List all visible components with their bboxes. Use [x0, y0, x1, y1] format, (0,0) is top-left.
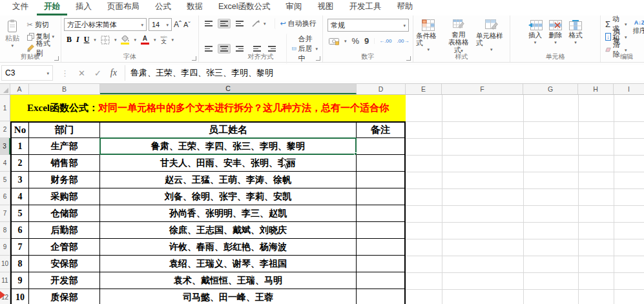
- delete-cells-button[interactable]: 删除 ▾: [549, 18, 563, 54]
- clipboard-dialog-launcher[interactable]: [54, 56, 59, 61]
- cell-note[interactable]: [357, 239, 406, 256]
- tab-excel-functions[interactable]: Excel函数公式: [211, 0, 278, 15]
- paste-button[interactable]: 粘贴 ▾: [3, 18, 23, 54]
- cell-note[interactable]: [357, 172, 406, 188]
- format-as-table-button[interactable]: 套用表格格式▾: [445, 18, 472, 54]
- cell-names[interactable]: 袁术、戴恒恒、王瑞、马明: [100, 272, 357, 289]
- tab-home[interactable]: 开始: [37, 0, 67, 15]
- alignment-dialog-launcher[interactable]: [316, 56, 320, 61]
- cell-dept[interactable]: 安保部: [29, 256, 100, 272]
- cell-no[interactable]: 1: [10, 138, 29, 155]
- cell-note[interactable]: [357, 138, 406, 155]
- column-header-i[interactable]: I: [614, 84, 644, 94]
- cut-button[interactable]: ✂ 剪切: [25, 19, 58, 30]
- cell-dept[interactable]: 质保部: [29, 289, 100, 304]
- header-cell-note[interactable]: 备注: [357, 121, 406, 138]
- cell-names[interactable]: 刘备、徐明、张宇、李莉、安凯: [100, 188, 357, 205]
- comma-style-button[interactable]: 9: [364, 36, 369, 46]
- cell-note[interactable]: [357, 222, 406, 239]
- column-header-a[interactable]: A: [10, 84, 29, 94]
- cell-dept[interactable]: 采购部: [29, 188, 100, 205]
- orientation-button[interactable]: [251, 19, 260, 28]
- cell-names[interactable]: 甘夫人、田雨、安丰、张明、李丽: [100, 155, 357, 172]
- tab-formulas[interactable]: 公式: [148, 0, 178, 15]
- cell-note[interactable]: [357, 272, 406, 289]
- tab-page-layout[interactable]: 页面布局: [100, 0, 147, 15]
- fill-color-button[interactable]: [121, 35, 129, 45]
- number-format-select[interactable]: 常规 ▾: [327, 19, 409, 32]
- tab-developer[interactable]: 开发工具: [342, 0, 389, 15]
- format-cells-button[interactable]: 格式 ▾: [569, 18, 583, 54]
- column-header-g[interactable]: G: [523, 84, 578, 94]
- header-cell-no[interactable]: No: [10, 121, 29, 138]
- borders-button[interactable]: [101, 35, 110, 45]
- underline-button[interactable]: U: [84, 35, 90, 45]
- grow-font-button[interactable]: Aˆ: [174, 20, 182, 29]
- decrease-indent-button[interactable]: [251, 45, 263, 53]
- tab-review[interactable]: 审阅: [279, 0, 309, 15]
- insert-function-button[interactable]: fx: [110, 68, 117, 78]
- cell-no[interactable]: 5: [10, 205, 29, 222]
- accounting-format-button[interactable]: [329, 37, 339, 45]
- cell-names[interactable]: 徐庶、王志国、戴斌、刘晓庆: [100, 222, 357, 239]
- cell-names[interactable]: 袁绍、王瑞义、谢琴、李祖国: [100, 256, 357, 272]
- cell-no[interactable]: 6: [10, 222, 29, 239]
- row-header-11[interactable]: 11: [0, 272, 10, 289]
- header-cell-names[interactable]: 员工姓名: [100, 121, 357, 138]
- phonetic-guide-button[interactable]: wén 文: [160, 35, 167, 45]
- cell-no[interactable]: 8: [10, 256, 29, 272]
- wrap-text-button[interactable]: ↩ 自动换行: [275, 18, 318, 29]
- sort-filter-button[interactable]: A↓Z 排序: [633, 18, 644, 56]
- select-all-button[interactable]: [0, 84, 10, 94]
- cell-note[interactable]: [357, 188, 406, 205]
- cell-names-selected[interactable]: 鲁肃、王荣、李四、张三、李明、黎明: [100, 138, 357, 155]
- insert-cells-button[interactable]: 插入 ▾: [528, 18, 543, 54]
- row-header-5[interactable]: 5: [0, 172, 10, 188]
- column-header-b[interactable]: B: [29, 84, 100, 94]
- cell-names[interactable]: 赵云、王猛、王萌、李涛、徐帆: [100, 172, 357, 188]
- cell-dept[interactable]: 后勤部: [29, 222, 100, 239]
- align-left-button[interactable]: [203, 45, 214, 53]
- column-header-h[interactable]: H: [578, 84, 614, 94]
- tab-file[interactable]: 文件: [5, 0, 36, 15]
- cell-names[interactable]: 许攸、春雨、彭红艳、杨海波: [100, 239, 357, 256]
- column-header-f[interactable]: F: [442, 84, 523, 94]
- tab-view[interactable]: 视图: [311, 0, 341, 15]
- cell-note[interactable]: [357, 205, 406, 222]
- row-header-3[interactable]: 3: [0, 138, 10, 155]
- cell-no[interactable]: 7: [10, 239, 29, 256]
- cell-dept[interactable]: 销售部: [29, 155, 100, 172]
- cell-dept[interactable]: 生产部: [29, 138, 100, 155]
- cell-dept[interactable]: 仓储部: [29, 205, 100, 222]
- cell-names[interactable]: 孙尚香、张明明、李三、赵凯: [100, 205, 357, 222]
- cell-no[interactable]: 4: [10, 188, 29, 205]
- cell-names[interactable]: 司马懿、田一峰、王蓉: [100, 289, 357, 304]
- cell-dept[interactable]: 企管部: [29, 239, 100, 256]
- row-header-1[interactable]: 1: [0, 95, 10, 121]
- increase-indent-button[interactable]: [266, 45, 278, 53]
- tab-insert[interactable]: 插入: [68, 0, 99, 15]
- bold-button[interactable]: B: [67, 35, 72, 45]
- italic-button[interactable]: I: [76, 35, 79, 45]
- cell-no[interactable]: 10: [10, 289, 29, 304]
- row-header-7[interactable]: 7: [0, 205, 10, 222]
- row-header-10[interactable]: 10: [0, 256, 10, 272]
- cell-dept[interactable]: 开发部: [29, 272, 100, 289]
- font-size-select[interactable]: 14 ▾: [149, 18, 172, 31]
- row-header-6[interactable]: 6: [0, 188, 10, 205]
- formula-input[interactable]: 鲁肃、王荣、李四、张三、李明、黎明: [125, 65, 644, 81]
- tab-help[interactable]: 帮助: [390, 0, 421, 15]
- decrease-decimal-button[interactable]: .00→: [397, 38, 409, 44]
- percent-style-button[interactable]: %: [352, 36, 360, 46]
- font-dialog-launcher[interactable]: [192, 56, 196, 61]
- align-bottom-button[interactable]: [234, 19, 245, 28]
- tab-data[interactable]: 数据: [180, 0, 210, 15]
- row-header-4[interactable]: 4: [0, 155, 10, 172]
- name-box[interactable]: C3 ▾: [1, 65, 53, 81]
- column-header-e[interactable]: E: [406, 84, 442, 94]
- align-right-button[interactable]: [234, 45, 245, 53]
- cell-note[interactable]: [357, 155, 406, 172]
- cell-no[interactable]: 3: [10, 172, 29, 188]
- conditional-formatting-button[interactable]: 条件格式 ▾: [416, 18, 441, 54]
- font-name-select[interactable]: 方正小标宋简体 ▾: [64, 18, 147, 31]
